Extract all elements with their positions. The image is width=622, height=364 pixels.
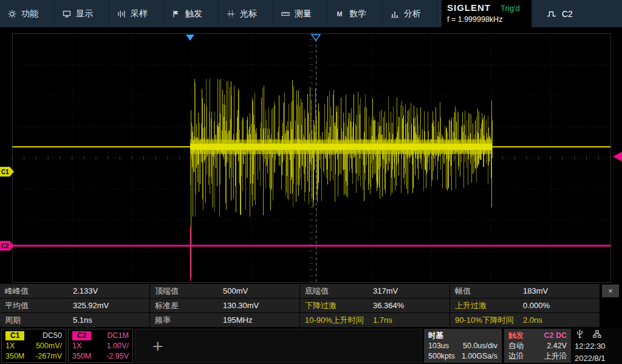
menu-item-cursors[interactable]: 光标 (219, 0, 273, 27)
measurement-label: 下降过激 (305, 300, 373, 311)
measurement-label: 90-10%下降时间 (455, 315, 523, 326)
measurement-label: 峰峰值 (5, 286, 73, 297)
measurement-value: 325.92mV (73, 301, 109, 310)
svg-text:M: M (337, 10, 343, 18)
measurement-value: 195MHz (223, 315, 252, 325)
menu-item-acquire[interactable]: 采样 (109, 0, 164, 27)
trigger-flag-icon (172, 10, 180, 18)
measurement-cell-amplitude: 幅值183mV (450, 284, 600, 298)
measurement-label: 10-90%上升时间 (305, 315, 373, 326)
timebase-scale: 50.0us/div (463, 342, 497, 350)
channel1-probe: 1X (5, 342, 15, 350)
trigger-mode: 自动 (508, 341, 524, 351)
menu-label-analysis: 分析 (404, 8, 421, 19)
menu-item-measure[interactable]: 测量 (273, 0, 328, 27)
gear-icon (8, 10, 16, 18)
measurement-cell-stdev: 标准差130.30mV (150, 298, 299, 312)
menu-label-display: 显示 (76, 8, 93, 19)
channel1-badge: C1 (5, 331, 24, 340)
frequency-counter: f = 1.999998kHz (447, 15, 526, 24)
brand-logo: SIGLENT (447, 2, 491, 13)
measurement-value: 0.000% (523, 301, 550, 310)
menu-item-math[interactable]: M 数学 (328, 0, 383, 27)
measurement-label: 上升过激 (455, 300, 523, 311)
measurement-cell-overshoot-fall: 下降过激36.364% (300, 298, 449, 312)
trigger-title: 触发 (508, 331, 524, 341)
waveform-display[interactable] (0, 27, 622, 284)
measurement-cell-falltime: 90-10%下降时间2.0ns (450, 313, 600, 327)
timebase-memory: 500kpts (428, 352, 455, 360)
network-icon (593, 330, 601, 338)
channel2-bandwidth: 350M (72, 352, 91, 360)
menu-label-math: 数学 (349, 8, 366, 19)
active-channel-selector[interactable]: C2 (531, 0, 622, 27)
channel1-status-box[interactable]: C1 DC50 1X 500mV/ 350M -267mV (1, 329, 66, 363)
system-status-area: 12:22:30 2022/8/1 (575, 329, 621, 363)
measurement-cell-frequency: 频率195MHz (150, 313, 299, 327)
measurement-value: 183mV (523, 286, 548, 295)
measurement-value: 317mV (373, 286, 398, 295)
timebase-box[interactable]: 时基 103us 50.0us/div 500kpts 1.00GSa/s (424, 329, 502, 363)
menu-item-analysis[interactable]: 分析 (383, 0, 437, 27)
menu-label-function: 功能 (21, 8, 38, 19)
menu-label-trigger: 触发 (185, 8, 202, 19)
trigger-status-badge: Trig'd (501, 4, 520, 13)
menu-item-trigger[interactable]: 触发 (164, 0, 219, 27)
measurement-cell-vpp: 峰峰值2.133V (0, 284, 149, 298)
top-menu-bar: 功能 显示 采样 触发 光标 测量 M 数学 分析 SIGLENT Trig'd… (0, 0, 622, 27)
menu-item-function[interactable]: 功能 (0, 0, 55, 27)
trigger-level: 2.42V (547, 342, 567, 350)
measurement-value: 130.30mV (223, 301, 259, 310)
measurement-cell-base: 底端值317mV (300, 284, 449, 298)
channel2-scale: 1.00V/ (107, 342, 129, 350)
measurement-label: 平均值 (5, 300, 73, 311)
measurement-value: 2.133V (73, 286, 98, 295)
channel1-scale: 500mV/ (36, 342, 62, 350)
measure-icon (281, 10, 290, 18)
sampling-icon (117, 10, 126, 18)
measurement-value: 2.0ns (523, 315, 542, 325)
timebase-samplerate: 1.00GSa/s (462, 352, 497, 360)
measurement-value: 1.7ns (373, 315, 392, 325)
crosshair-icon: + (152, 338, 163, 354)
channel2-status-box[interactable]: C2 DC1M 1X 1.00V/ 350M -2.95V (68, 329, 133, 363)
channel1-bandwidth: 350M (5, 352, 24, 360)
trigger-slope: 上升沿 (544, 351, 567, 362)
trigger-status-box[interactable]: 触发 C2 DC 自动 2.42V 边沿 上升沿 (504, 329, 571, 363)
menu-label-measure: 测量 (295, 8, 312, 19)
close-measurements-button[interactable]: × (602, 285, 619, 297)
clock-date: 2022/8/1 (575, 354, 621, 363)
measurement-label: 底端值 (305, 286, 373, 297)
analysis-icon (391, 10, 399, 18)
channel2-offset: -2.95V (106, 352, 129, 360)
measurement-panel: 峰峰值2.133V 顶端值500mV 底端值317mV 幅值183mV 平均值3… (0, 284, 622, 328)
timebase-delay: 103us (428, 342, 449, 350)
measurement-row: 平均值325.92mV 标准差130.30mV 下降过激36.364% 上升过激… (0, 298, 622, 312)
math-icon: M (336, 10, 344, 18)
measurement-label: 顶端值 (155, 286, 223, 297)
measurement-value: 36.364% (373, 301, 404, 310)
measurement-cell-risetime: 10-90%上升时间1.7ns (300, 313, 449, 327)
measurement-cell-mean: 平均值325.92mV (0, 298, 149, 312)
display-icon (63, 10, 71, 18)
display-position-panel: + (135, 329, 422, 363)
menu-label-acquire: 采样 (131, 8, 148, 19)
bottom-status-bar: C1 DC50 1X 500mV/ 350M -267mV C2 DC1M 1X… (0, 328, 622, 364)
measurement-label: 幅值 (455, 286, 523, 297)
measurement-cell-top: 顶端值500mV (150, 284, 299, 298)
measurement-value: 500mV (223, 286, 248, 295)
measurement-row: 周期5.1ns 频率195MHz 10-90%上升时间1.7ns 90-10%下… (0, 313, 622, 327)
measurement-value: 5.1ns (73, 315, 92, 325)
timebase-title: 时基 (428, 331, 443, 341)
clock-time: 12:22:30 (575, 342, 621, 351)
active-channel-label: C2 (562, 9, 573, 19)
channel2-coupling: DC1M (108, 331, 129, 340)
measurement-label: 标准差 (155, 300, 223, 311)
measurement-label: 周期 (5, 315, 73, 326)
channel1-coupling: DC50 (43, 331, 62, 340)
channel1-offset: -267mV (35, 352, 62, 360)
trigger-source: C2 DC (544, 331, 567, 340)
menu-item-display[interactable]: 显示 (55, 0, 109, 27)
measurement-cell-overshoot-rise: 上升过激0.000% (450, 298, 600, 312)
cursor-icon (227, 10, 235, 18)
